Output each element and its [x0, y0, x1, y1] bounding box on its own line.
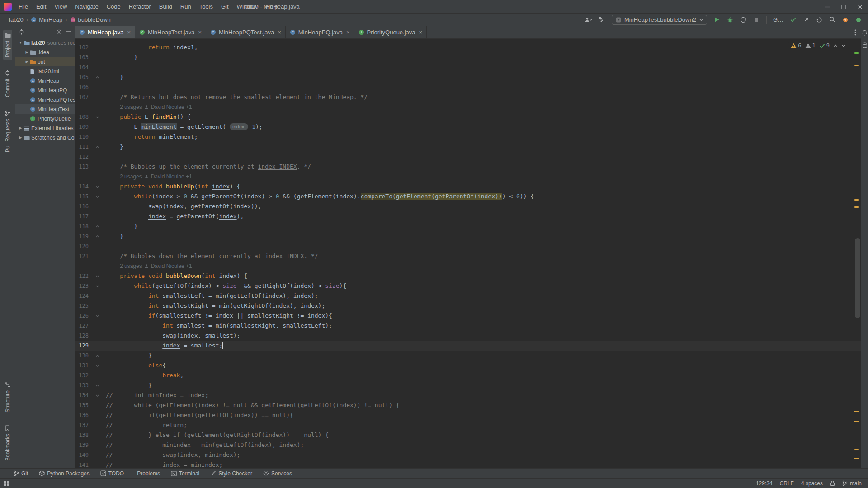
line-number[interactable] [75, 172, 89, 182]
tree-item-MinHeapPQ[interactable]: CMinHeapPQ [15, 85, 75, 95]
breadcrumb-item-MinHeap[interactable]: CMinHeap [29, 16, 64, 23]
code-line-141[interactable]: 141// index = minIndex; [75, 460, 861, 468]
readonly-lock-icon[interactable] [830, 480, 835, 486]
usages-hint[interactable]: 2 usagesDavid Niculae +1 [106, 172, 192, 182]
line-number[interactable]: 112 [75, 152, 89, 162]
breadcrumb-item-bubbleDown[interactable]: mbubbleDown [68, 16, 113, 23]
line-number[interactable]: 131 [75, 361, 89, 371]
line-number[interactable]: 109 [75, 122, 89, 132]
menu-file[interactable]: File [14, 0, 32, 13]
line-number[interactable]: 125 [75, 301, 89, 311]
commit-check-icon[interactable] [788, 15, 798, 25]
line-number[interactable]: 110 [75, 132, 89, 142]
close-window-icon[interactable] [852, 0, 868, 14]
push-icon[interactable] [801, 15, 811, 25]
menu-view[interactable]: View [50, 0, 71, 13]
menu-navigate[interactable]: Navigate [71, 0, 102, 13]
line-number[interactable]: 123 [75, 281, 89, 291]
line-number[interactable]: 105 [75, 72, 89, 82]
fold-expanded-icon[interactable] [89, 281, 106, 291]
line-number[interactable]: 117 [75, 211, 89, 221]
line-number[interactable]: 120 [75, 241, 89, 251]
close-tab-icon[interactable]: × [127, 29, 131, 36]
chevron-collapsed-icon[interactable]: ▶ [18, 126, 24, 130]
code-line-120[interactable]: 120 [75, 241, 861, 251]
tree-item-MinHeapPQTest[interactable]: CMinHeapPQTest [15, 95, 75, 104]
line-number[interactable]: 127 [75, 321, 89, 331]
line-number[interactable]: 129 [75, 341, 89, 351]
code-line-129[interactable]: 129 index = smallest; [75, 341, 861, 351]
code-line-125[interactable]: 125 int smallestRight = min(getRightOf(i… [75, 301, 861, 311]
code-line-116[interactable]: 116 swap(index, getParentOf(index)); [75, 202, 861, 211]
fold-expanded-icon[interactable] [89, 182, 106, 192]
tree-item-out[interactable]: ▶out [15, 57, 75, 66]
debug-button[interactable] [725, 15, 735, 25]
code-line-117[interactable]: 117 index = getParentOf(index); [75, 211, 861, 221]
fold-expanded-icon[interactable] [89, 311, 106, 321]
inlay-hint-row[interactable]: 2 usagesDavid Niculae +1 [75, 261, 861, 271]
code-line-139[interactable]: 139// minIndex = min(getLeftOf(index), i… [75, 440, 861, 450]
tab-overflow-icon[interactable] [850, 29, 861, 36]
coverage-button[interactable] [738, 15, 748, 25]
tab-MinHeap.java[interactable]: CMinHeap.java× [75, 26, 135, 38]
fold-expanded-icon[interactable] [89, 361, 106, 371]
toolwindow-button-todo[interactable]: TODO [100, 470, 124, 477]
minimize-icon[interactable] [819, 0, 835, 14]
line-number[interactable]: 115 [75, 192, 89, 202]
hide-panel-icon[interactable] [66, 29, 71, 34]
code-line-113[interactable]: 113 /* Bubbles up the element currently … [75, 162, 861, 172]
line-number[interactable]: 119 [75, 231, 89, 241]
code-line-138[interactable]: 138// } else if (getElement(getRightOf(i… [75, 430, 861, 440]
git-widget[interactable]: G… [772, 16, 785, 23]
line-number[interactable]: 124 [75, 291, 89, 301]
line-number[interactable]: 108 [75, 112, 89, 122]
line-number[interactable]: 137 [75, 420, 89, 430]
fold-collapsed-icon[interactable] [89, 72, 106, 82]
line-number[interactable]: 114 [75, 182, 89, 192]
fold-expanded-icon[interactable] [89, 112, 106, 122]
menu-build[interactable]: Build [155, 0, 176, 13]
line-number[interactable]: 136 [75, 410, 89, 420]
chevron-expanded-icon[interactable]: ▼ [18, 41, 24, 45]
line-number[interactable]: 128 [75, 331, 89, 341]
line-number[interactable]: 135 [75, 400, 89, 410]
code-line-111[interactable]: 111 } [75, 142, 861, 152]
tab-MinHeapPQTest.java[interactable]: CMinHeapPQTest.java× [206, 26, 286, 38]
code-line-128[interactable]: 128 swap(index, smallest); [75, 331, 861, 341]
menu-run[interactable]: Run [176, 0, 195, 13]
fold-expanded-icon[interactable] [89, 271, 106, 281]
line-number[interactable]: 103 [75, 52, 89, 62]
inlay-hint-row[interactable]: 2 usagesDavid Niculae +1 [75, 102, 861, 112]
toolwindow-button-problems[interactable]: Problems [135, 470, 160, 477]
code-line-137[interactable]: 137// return; [75, 420, 861, 430]
code-line-109[interactable]: 109 E minElement = getElement( index: 1)… [75, 122, 861, 132]
code-line-104[interactable]: 104 [75, 62, 861, 72]
code-author-hint[interactable]: David Niculae +1 [151, 172, 192, 182]
usages-count[interactable]: 2 usages [120, 102, 142, 112]
code-area[interactable]: 102 return index1;103 }104105 }106107 /*… [75, 39, 861, 468]
code-line-123[interactable]: 123 while(getLeftOf(index) < size && get… [75, 281, 861, 291]
code-line-110[interactable]: 110 return minElement; [75, 132, 861, 142]
tree-item-Scratches and Consoles[interactable]: ▶Scratches and Consoles [15, 133, 75, 142]
tree-item-MinHeapTest[interactable]: CMinHeapTest [15, 104, 75, 114]
weak-warnings-count[interactable]: 1 [805, 42, 816, 49]
toolwindow-button-terminal[interactable]: Terminal [171, 470, 199, 477]
line-ending-indicator[interactable]: CRLF [780, 480, 794, 487]
next-problem-icon[interactable] [841, 43, 846, 48]
scrollbar-thumb[interactable] [855, 238, 860, 318]
line-number[interactable]: 111 [75, 142, 89, 152]
code-line-107[interactable]: 107 /* Returns but does not remove the s… [75, 92, 861, 102]
prev-problem-icon[interactable] [833, 43, 838, 48]
database-icon[interactable] [862, 42, 868, 48]
run-configuration-select[interactable]: MinHeapTest.bubbleDown2 [612, 15, 707, 25]
indent-indicator[interactable]: 4 spaces [801, 480, 823, 487]
menu-tools[interactable]: Tools [195, 0, 217, 13]
code-line-133[interactable]: 133 } [75, 380, 861, 390]
toolwindow-button-python-packages[interactable]: Python Packages [39, 470, 89, 477]
stop-button[interactable] [751, 15, 761, 25]
code-line-126[interactable]: 126 if(smallestLeft != index || smallest… [75, 311, 861, 321]
code-line-124[interactable]: 124 int smallestLeft = min(getLeftOf(ind… [75, 291, 861, 301]
line-number[interactable]: 141 [75, 460, 89, 468]
code-line-108[interactable]: 108 public E findMin() { [75, 112, 861, 122]
tree-item-lab20.iml[interactable]: lab20.iml [15, 66, 75, 76]
